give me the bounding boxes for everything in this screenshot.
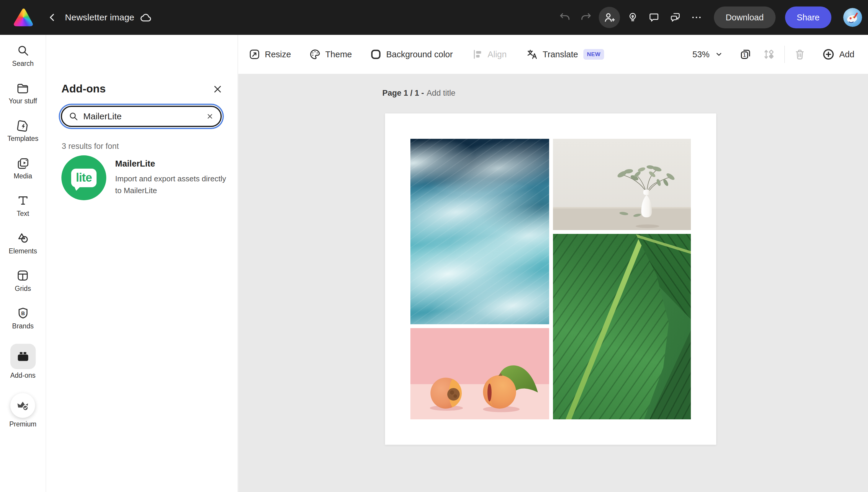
banana-leaves-image[interactable] [553,234,691,419]
result-description: Import and export assets directly to Mai… [115,173,227,196]
sidebar-item-label: Templates [7,135,39,143]
add-person-icon [603,11,616,24]
ocean-waves-image[interactable] [410,139,549,324]
sidebar-item-media[interactable]: Media [14,156,32,180]
page-title-placeholder[interactable]: Add title [427,89,456,98]
add-ons-panel: Add-ons 3 results for font lite MailerLi… [46,35,238,492]
leaf-midrib [560,234,648,419]
clear-search-button[interactable] [206,112,214,121]
sidebar-item-label: Brands [12,322,34,330]
page-label[interactable]: Page 1 / 1 - Add title [382,89,456,98]
svg-text:B: B [21,311,25,316]
align-button-disabled: Align [472,48,507,60]
resize-button[interactable]: Resize [248,48,291,60]
media-icon [16,156,30,170]
cloud-sync-icon[interactable] [137,9,154,26]
add-ons-search-field[interactable] [61,106,222,127]
add-on-result-mailerlite[interactable]: lite MailerLite Import and export assets… [61,155,227,200]
sidebar-item-search[interactable]: Search [12,44,34,68]
theme-label: Theme [325,50,352,59]
svg-text:1: 1 [743,53,746,57]
add-page-button[interactable]: Add [822,48,854,61]
back-button[interactable] [44,9,61,26]
translate-label: Translate [543,50,578,59]
document-page[interactable] [385,114,716,445]
share-button[interactable]: Share [785,6,832,28]
sidebar-item-label: Your stuff [9,97,37,105]
theme-button[interactable]: Theme [309,48,352,60]
sidebar-item-templates[interactable]: Templates [7,119,39,143]
search-input[interactable] [83,111,206,121]
translate-button[interactable]: Translate NEW [526,48,604,60]
account-avatar[interactable] [843,8,862,27]
chat-bubbles-icon [669,11,682,24]
template-lightning-icon [16,119,29,132]
sidebar-item-your-stuff[interactable]: Your stuff [9,81,37,105]
sidebar-item-label: Add-ons [10,371,36,379]
ellipsis-icon [691,11,703,23]
undo-button[interactable] [556,9,573,26]
text-icon [16,194,30,207]
context-toolbar: Resize Theme Background color Align Tran… [238,35,868,74]
result-title: MailerLite [115,159,227,169]
pages-button[interactable]: 1 [739,48,752,61]
premium-badge-circle [10,393,35,418]
lightbulb-icon [627,11,639,23]
background-color-button[interactable]: Background color [369,48,453,60]
pages-icon: 1 [739,48,752,61]
zoom-control[interactable]: 53% [692,50,724,59]
eucalyptus-vase-image[interactable] [553,139,691,230]
document-title[interactable]: Newsletter image [65,13,134,22]
comment-icon [648,11,660,23]
more-options-button[interactable] [688,9,705,26]
hints-button[interactable] [624,9,641,26]
comment-button[interactable] [645,9,663,26]
folder-icon [16,81,29,95]
align-label: Align [488,50,507,59]
canvas-area[interactable]: Page 1 / 1 - Add title [238,74,868,492]
add-ons-active-highlight [10,344,36,369]
mailerlite-bubble: lite [71,169,97,187]
editor-main-area: Resize Theme Background color Align Tran… [238,35,868,492]
sidebar-item-label: Grids [15,285,31,293]
left-navigation-rail: Search Your stuff Templates Media Text E… [0,35,46,492]
adobe-express-logo-icon[interactable] [14,8,33,26]
translate-icon [526,48,538,60]
sidebar-item-elements[interactable]: Elements [9,231,37,255]
redo-button[interactable] [578,9,595,26]
invite-collaborators-button[interactable] [599,7,620,28]
sidebar-item-add-ons[interactable]: Add-ons [10,344,36,379]
page-indicator: Page 1 / 1 - [382,89,424,98]
add-label: Add [839,50,854,59]
sidebar-item-brands[interactable]: B Brands [12,306,34,330]
sidebar-item-label: Media [14,172,32,180]
peach-halves-image[interactable] [410,328,549,419]
panel-title: Add-ons [61,83,106,95]
sidebar-item-premium[interactable]: Premium [9,393,36,428]
sidebar-item-grids[interactable]: Grids [15,269,31,293]
close-icon [212,83,223,95]
chevron-left-icon [47,12,58,23]
crown-check-icon [16,399,29,412]
sidebar-item-text[interactable]: Text [16,194,30,218]
download-button[interactable]: Download [714,6,775,28]
collage-right-column [553,139,691,419]
feedback-button[interactable] [667,9,684,26]
top-bar: Newsletter image [0,0,868,35]
sidebar-item-label: Search [12,60,34,68]
photo-collage [410,139,691,419]
toolbar-right-group: 53% 1 Add [692,46,854,63]
redo-icon [580,11,592,23]
align-icon [472,48,484,60]
results-count-label: 3 results for font [62,142,119,151]
background-color-label: Background color [386,50,453,59]
panel-close-button[interactable] [211,83,224,96]
sidebar-item-label: Elements [9,247,37,255]
new-badge: NEW [583,49,604,60]
add-circle-icon [822,48,835,61]
add-ons-icon [16,349,30,364]
zoom-level: 53% [692,50,710,59]
theme-palette-icon [309,48,321,60]
trash-icon [794,48,806,60]
delete-button-disabled [794,48,806,60]
